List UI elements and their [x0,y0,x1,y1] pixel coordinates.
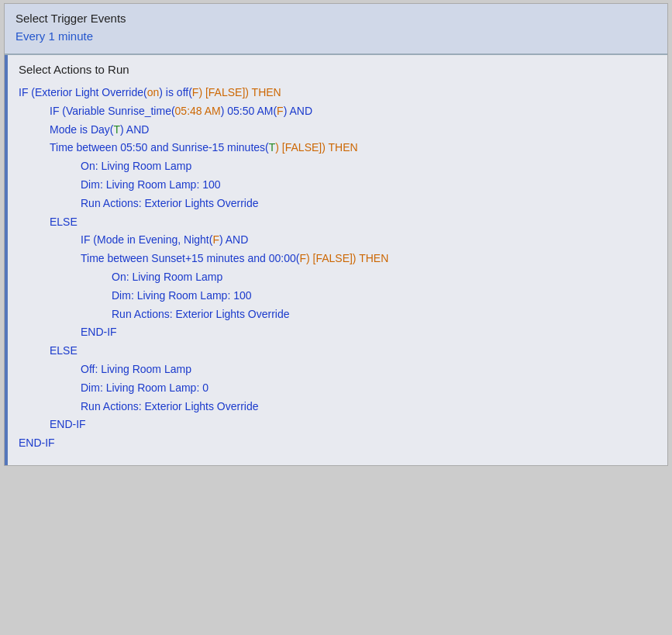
code-line: Run Actions: Exterior Lights Override [19,305,656,324]
trigger-section: Select Trigger Events Every 1 minute [5,4,667,55]
code-block: IF (Exterior Light Override(on) is off(F… [19,84,656,453]
trigger-value: Every 1 minute [16,29,656,43]
code-line: Dim: Living Room Lamp: 0 [19,379,656,398]
code-line: ELSE [19,213,656,232]
code-line: Dim: Living Room Lamp: 100 [19,176,656,195]
code-line: Run Actions: Exterior Lights Override [19,398,656,416]
code-line: Dim: Living Room Lamp: 100 [19,287,656,305]
main-container: Select Trigger Events Every 1 minute Sel… [4,3,668,466]
code-line: IF (Mode in Evening, Night(F) AND [19,231,656,250]
code-line: On: Living Room Lamp [19,268,656,287]
code-line: Off: Living Room Lamp [19,361,656,379]
code-line: IF (Exterior Light Override(on) is off(F… [19,84,656,102]
code-line: Mode is Day(T) AND [19,121,656,140]
code-line: ELSE [19,342,656,361]
code-line: Time between Sunset+15 minutes and 00:00… [19,250,656,268]
code-line: On: Living Room Lamp [19,157,656,176]
code-line: IF (Variable Sunrise_time(05:48 AM) 05:5… [19,102,656,121]
code-line: Run Actions: Exterior Lights Override [19,195,656,213]
code-line: Time between 05:50 and Sunrise-15 minute… [19,139,656,157]
code-line: END-IF [19,416,656,434]
code-line: END-IF [19,434,656,453]
actions-section: Select Actions to Run IF (Exterior Light… [5,55,667,465]
trigger-title: Select Trigger Events [16,12,656,25]
actions-title: Select Actions to Run [19,63,656,76]
code-line: END-IF [19,323,656,342]
